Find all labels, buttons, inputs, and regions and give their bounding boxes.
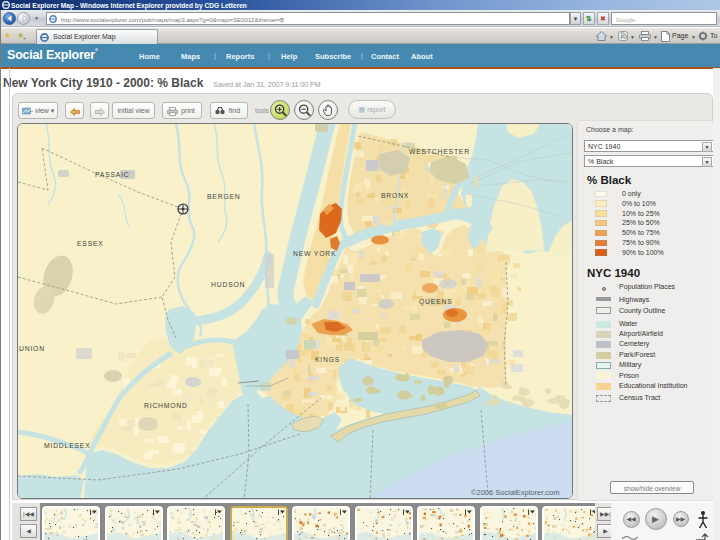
svg-text:PASSAIC: PASSAIC: [95, 171, 130, 178]
svg-text:ESSEX: ESSEX: [77, 240, 104, 247]
svg-text:HUDSON: HUDSON: [211, 281, 245, 288]
svg-text:NEW YORK: NEW YORK: [293, 250, 336, 257]
svg-text:BERGEN: BERGEN: [207, 193, 241, 200]
svg-text:KINGS: KINGS: [315, 356, 340, 363]
svg-text:RICHMOND: RICHMOND: [144, 402, 188, 409]
svg-text:UNION: UNION: [19, 345, 45, 352]
svg-text:MIDDLESEX: MIDDLESEX: [44, 442, 90, 449]
svg-text:WESTCHESTER: WESTCHESTER: [409, 148, 470, 155]
svg-text:BRONX: BRONX: [381, 192, 409, 199]
svg-text:QUEENS: QUEENS: [419, 298, 453, 306]
svg-text:©2006 SocialExplorer.com: ©2006 SocialExplorer.com: [471, 488, 560, 497]
